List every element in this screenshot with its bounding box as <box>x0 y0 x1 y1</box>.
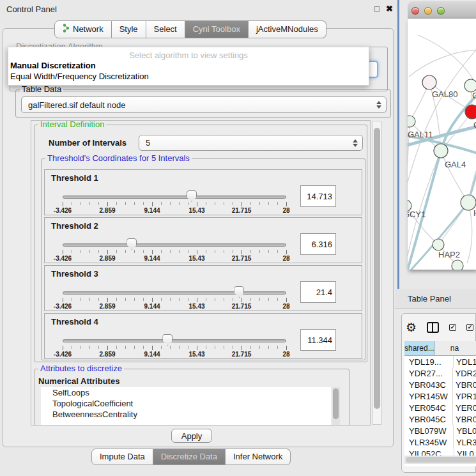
float-icon[interactable]: □ <box>374 4 380 13</box>
table-row[interactable]: YPR145WYPR1 <box>404 390 476 402</box>
window-title: Control Panel <box>6 4 57 14</box>
table-data-combobox[interactable]: galFiltered.sif default node <box>21 96 387 113</box>
threshold-slider-track[interactable] <box>63 243 286 247</box>
threshold-slider-track[interactable] <box>63 196 286 199</box>
network-view-canvas[interactable]: GAL80GACGAL11GAL4GCY1HAHAP2 <box>408 19 476 270</box>
table-row[interactable]: YBR043CYBR0 <box>404 379 476 390</box>
mac-close-button[interactable] <box>411 7 419 15</box>
slider-tick <box>116 202 117 205</box>
tab-jactivemnodules[interactable]: jActiveMNodules <box>249 20 326 38</box>
slider-tick <box>268 250 269 253</box>
network-node[interactable] <box>465 105 476 119</box>
threshold-value-field[interactable]: 21.4 <box>300 281 336 303</box>
tab-style[interactable]: Style <box>112 20 146 38</box>
slider-tick <box>72 298 72 301</box>
table-column-header[interactable]: na <box>435 341 476 355</box>
table-horizontal-scrollbar[interactable] <box>404 456 476 464</box>
table-data-label: Table Data <box>20 84 63 94</box>
settings-vertical-scrollbar[interactable] <box>372 121 382 425</box>
attribute-list-item[interactable]: BetweennessCentrality <box>41 409 331 420</box>
threshold-value-field[interactable]: 6.316 <box>300 233 336 255</box>
slider-tick <box>143 202 144 205</box>
table-column-header[interactable]: shared... <box>404 341 435 355</box>
table-row[interactable]: YLR345WYLR3 <box>404 436 476 448</box>
numerical-attributes-label: Numerical Attributes <box>38 376 119 386</box>
slider-tick <box>188 250 188 253</box>
threshold-slider-track[interactable] <box>63 339 286 342</box>
threshold-value-field[interactable]: 11.344 <box>300 329 336 351</box>
slider-tick <box>268 298 269 301</box>
slider-tick <box>81 250 81 253</box>
slider-tick <box>197 346 197 350</box>
slider-tick <box>259 298 260 301</box>
slider-tick <box>89 250 90 253</box>
tab-impute-data[interactable]: Impute Data <box>91 449 153 465</box>
slider-tick <box>188 202 188 205</box>
tab-discretize-data[interactable]: Discretize Data <box>153 449 226 465</box>
slider-tick <box>197 250 197 254</box>
table-row[interactable]: YBR045CYBR0 <box>404 413 476 425</box>
network-node[interactable] <box>433 239 444 250</box>
network-node[interactable] <box>408 116 415 127</box>
threshold-value-field[interactable]: 14.713 <box>300 185 336 207</box>
threshold-slider-thumb[interactable] <box>127 238 137 250</box>
tab-label: Discretize Data <box>161 452 217 461</box>
slider-tick <box>197 202 197 206</box>
threshold-slider-track[interactable] <box>63 291 286 295</box>
numerical-attributes-list[interactable]: SelfLoopsTopologicalCoefficientBetweenne… <box>41 387 331 426</box>
mac-minimize-button[interactable] <box>424 7 432 15</box>
table-data-value: galFiltered.sif default node <box>28 100 125 110</box>
number-of-intervals-combobox[interactable]: 5 <box>139 135 363 151</box>
gear-icon[interactable]: ⚙ <box>406 321 417 334</box>
slider-tick <box>233 202 233 205</box>
table-cell: YPR1 <box>453 390 476 402</box>
table-row[interactable]: YDL19...YDL1 <box>404 356 476 367</box>
tab-cyni-toolbox[interactable]: Cyni Toolbox <box>185 20 249 38</box>
tab-select[interactable]: Select <box>146 20 185 38</box>
network-edge <box>467 203 472 263</box>
attribute-list-item[interactable]: TopologicalCoefficient <box>41 398 331 409</box>
apply-button[interactable]: Apply <box>171 429 212 443</box>
algorithm-option[interactable]: Manual Discretization <box>8 60 369 71</box>
close-icon[interactable]: ✖ <box>386 4 393 13</box>
slider-tick-label: 2.859 <box>99 207 115 214</box>
slider-tick <box>72 250 72 253</box>
slider-tick <box>250 202 251 205</box>
mac-zoom-button[interactable] <box>437 7 445 15</box>
threshold-slider-thumb[interactable] <box>234 286 244 298</box>
slider-tick <box>98 202 99 205</box>
slider-tick <box>259 346 260 349</box>
tab-infer-network[interactable]: Infer Network <box>226 449 291 465</box>
slider-tick-label: 15.43 <box>188 351 204 358</box>
network-node[interactable] <box>464 79 476 92</box>
table-cell: YER054C <box>404 402 453 413</box>
network-node[interactable] <box>452 260 463 270</box>
checkbox-icon[interactable]: ✓ <box>449 324 456 331</box>
slider-tick <box>259 202 260 205</box>
threshold-slider-thumb[interactable] <box>162 334 173 346</box>
network-node[interactable] <box>422 75 436 89</box>
checkbox-icon[interactable]: ✓ <box>466 324 473 331</box>
bottom-tab-bar: Impute DataDiscretize DataInfer Network <box>91 449 291 465</box>
threshold-slider-thumb[interactable] <box>187 190 197 202</box>
slider-tick <box>134 250 135 253</box>
interval-definition-label: Interval Definition <box>38 120 106 129</box>
attribute-list-item[interactable]: SelfLoops <box>41 387 331 398</box>
attributes-scrollbar[interactable] <box>332 387 340 426</box>
tab-label: Infer Network <box>233 452 282 461</box>
table-row[interactable]: YBL079WYBL0 <box>404 425 476 436</box>
network-edge <box>409 50 476 77</box>
tab-label: Select <box>154 24 177 34</box>
thresholds-group-label: Threshold's Coordinates for 5 Intervals <box>45 153 192 163</box>
network-edge <box>441 151 468 203</box>
tab-network[interactable]: Network <box>54 20 112 38</box>
threshold-label: Threshold 2 <box>51 221 98 231</box>
algorithm-option[interactable]: Equal Width/Frequency Discretization <box>8 71 369 82</box>
split-columns-icon[interactable] <box>427 322 439 333</box>
network-node[interactable] <box>434 144 448 158</box>
table-row[interactable]: YDR27...YDR2 <box>404 367 476 379</box>
table-row[interactable]: YER054CYER0 <box>404 402 476 413</box>
threshold-box: Threshold 1-3.4262.8599.14415.4321.71528… <box>44 169 362 215</box>
algorithm-options: Manual DiscretizationEqual Width/Frequen… <box>8 60 369 82</box>
slider-tick <box>233 250 233 253</box>
